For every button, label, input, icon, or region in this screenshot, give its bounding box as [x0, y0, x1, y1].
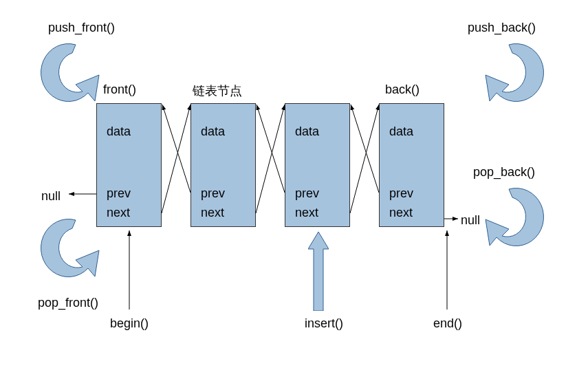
push-back-label: push_back() [468, 21, 536, 35]
svg-line-1 [162, 105, 190, 193]
node-0: data prev next [96, 103, 162, 227]
node-2: data prev next [285, 103, 350, 227]
node-data-field: data [389, 125, 413, 139]
insert-label: insert() [305, 316, 343, 331]
node-prev-field: prev [107, 186, 131, 201]
null-left-label: null [41, 189, 61, 204]
node-next-field: next [201, 206, 224, 220]
pop-back-label: pop_back() [473, 165, 535, 180]
push-front-label: push_front() [48, 21, 115, 35]
node-prev-field: prev [389, 186, 413, 201]
svg-line-0 [162, 105, 190, 213]
node-next-field: next [295, 206, 318, 220]
node-next-field: next [107, 206, 130, 220]
begin-label: begin() [110, 316, 149, 331]
svg-line-4 [350, 105, 379, 213]
pop-back-arrow-icon [481, 182, 550, 265]
push-back-arrow-icon [481, 38, 550, 120]
back-label: back() [385, 83, 420, 97]
insert-arrow-icon [308, 232, 329, 311]
node-data-field: data [201, 125, 225, 139]
front-label: front() [103, 83, 136, 97]
pop-front-label: pop_front() [38, 296, 98, 310]
node-prev-field: prev [201, 186, 225, 201]
node-data-field: data [295, 125, 319, 139]
node-type-label: 链表节点 [193, 83, 242, 99]
null-right-label: null [461, 213, 480, 228]
svg-line-5 [351, 105, 379, 193]
node-3: data prev next [379, 103, 444, 227]
svg-marker-10 [308, 232, 329, 311]
node-data-field: data [107, 125, 131, 139]
svg-line-2 [256, 105, 285, 213]
node-next-field: next [389, 206, 413, 220]
linked-list-diagram: push_front() pop_front() push_back() pop… [0, 0, 588, 368]
pop-front-arrow-icon [34, 213, 103, 296]
push-front-arrow-icon [34, 38, 103, 120]
svg-line-3 [257, 105, 285, 193]
end-label: end() [433, 316, 462, 331]
node-prev-field: prev [295, 186, 319, 201]
node-1: data prev next [190, 103, 256, 227]
